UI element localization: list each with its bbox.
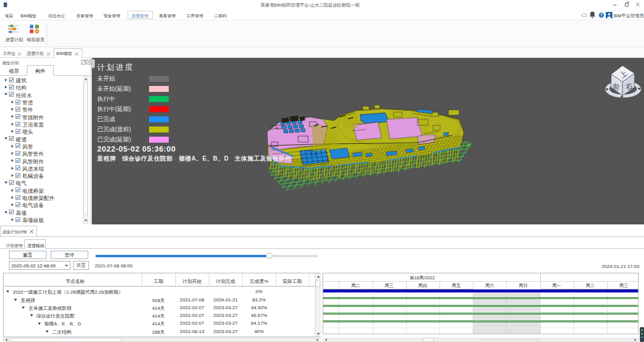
svg-text:?: ? (600, 13, 603, 17)
